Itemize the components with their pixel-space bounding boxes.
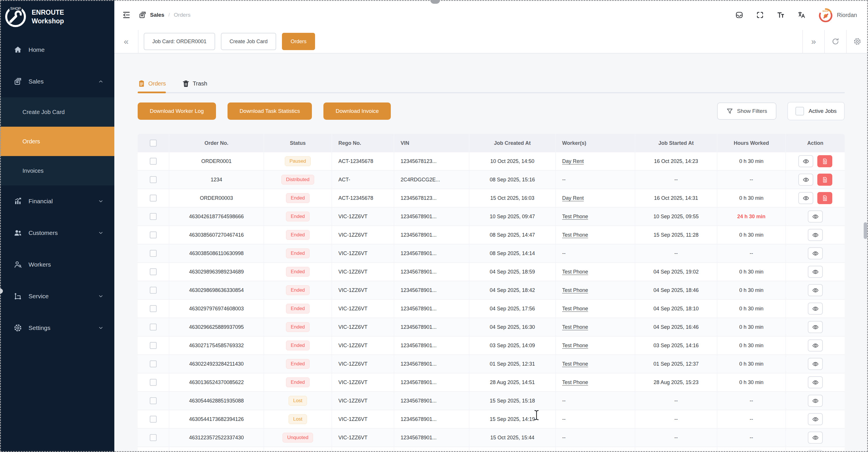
- view-order-button[interactable]: [808, 284, 823, 296]
- row-checkbox[interactable]: [150, 213, 157, 220]
- hours-worked-value: 24 h 30 min: [737, 214, 766, 220]
- show-filters-button[interactable]: Show Filters: [717, 102, 776, 120]
- view-order-button[interactable]: [808, 340, 823, 352]
- row-checkbox[interactable]: [150, 434, 157, 441]
- tab-trash[interactable]: Trash: [182, 80, 207, 88]
- sidebar-item-create-job-card[interactable]: Create Job Card: [0, 97, 114, 127]
- select-all-checkbox[interactable]: [150, 140, 157, 147]
- collapse-sidebar-icon[interactable]: [122, 10, 131, 20]
- active-jobs-toggle[interactable]: Active Jobs: [787, 102, 845, 120]
- delete-invoice-button[interactable]: [817, 192, 832, 204]
- app-logo[interactable]: SHOP ENROUTE Workshop: [0, 0, 114, 32]
- row-checkbox[interactable]: [150, 324, 157, 330]
- sidebar-item-customers[interactable]: Customers: [0, 217, 114, 249]
- worker-link[interactable]: Test Phone: [562, 361, 588, 367]
- translate-icon[interactable]: [798, 11, 806, 19]
- row-checkbox[interactable]: [150, 342, 157, 349]
- cell-order: 4630136524370085622: [169, 374, 264, 391]
- row-checkbox[interactable]: [150, 250, 157, 257]
- sidebar-item-sales[interactable]: Sales: [0, 66, 114, 97]
- fullscreen-icon[interactable]: [756, 11, 764, 19]
- download-task-statistics-button[interactable]: Download Task Statistics: [227, 102, 312, 120]
- cell-rego: VIC-1ZZ6VT: [332, 355, 394, 373]
- row-checkbox[interactable]: [150, 416, 157, 423]
- row-checkbox[interactable]: [150, 379, 157, 386]
- row-checkbox[interactable]: [150, 360, 157, 367]
- view-order-button[interactable]: [808, 395, 823, 407]
- view-order-button[interactable]: [808, 413, 823, 425]
- sidebar-item-financial[interactable]: Financial: [0, 185, 114, 217]
- view-order-button[interactable]: [808, 321, 823, 333]
- worker-link[interactable]: Test Phone: [562, 306, 588, 312]
- scrollbar-thumb[interactable]: [864, 222, 867, 239]
- status-badge: Ended: [286, 341, 309, 350]
- user-name: Riordan: [837, 12, 857, 19]
- worker-link[interactable]: Test Phone: [562, 287, 588, 293]
- tabs-scroll-right-icon[interactable]: »: [802, 30, 824, 53]
- sidebar-item-home[interactable]: Home: [0, 34, 114, 66]
- view-order-button[interactable]: [798, 173, 813, 186]
- workspace-tab-2[interactable]: Orders: [282, 33, 315, 50]
- view-order-button[interactable]: [808, 211, 823, 223]
- vin-value: 12345678901...: [401, 361, 437, 367]
- sidebar-item-invoices[interactable]: Invoices: [0, 156, 114, 185]
- row-checkbox[interactable]: [150, 158, 157, 165]
- cell-check: [138, 281, 169, 299]
- view-order-button[interactable]: [798, 155, 813, 167]
- delete-invoice-button[interactable]: [817, 155, 832, 167]
- user-menu[interactable]: SHOP Riordan: [818, 7, 857, 23]
- tabs-scroll-left-icon[interactable]: «: [114, 30, 138, 53]
- view-order-button[interactable]: [808, 431, 823, 444]
- row-checkbox[interactable]: [150, 231, 157, 238]
- view-order-button[interactable]: [808, 358, 823, 370]
- rego-value: VIC-1ZZ6VT: [338, 251, 368, 257]
- sidebar-item-workers[interactable]: Workers: [0, 249, 114, 281]
- view-order-button[interactable]: [798, 192, 813, 204]
- font-size-icon[interactable]: [777, 11, 785, 19]
- download-worker-log-button[interactable]: Download Worker Log: [138, 102, 216, 120]
- worker-link[interactable]: Day Rent: [562, 195, 584, 201]
- inbox-icon[interactable]: [735, 11, 743, 19]
- cell-worker: Test Phone: [556, 207, 635, 225]
- view-order-button[interactable]: [808, 229, 823, 241]
- vin-value: 12345678901...: [401, 343, 437, 349]
- view-order-button[interactable]: [808, 450, 823, 452]
- row-checkbox[interactable]: [150, 397, 157, 404]
- delete-invoice-button[interactable]: [817, 173, 832, 186]
- active-jobs-checkbox[interactable]: [796, 107, 804, 116]
- view-order-button[interactable]: [808, 376, 823, 388]
- view-icon: [812, 232, 819, 238]
- order-value: 1234: [211, 177, 222, 183]
- worker-link[interactable]: Test Phone: [562, 380, 588, 386]
- started-value: 03 Sep 2025, 14:16: [653, 343, 699, 349]
- sidebar-item-orders[interactable]: Orders: [0, 127, 114, 156]
- table-row: 4630224923284211430EndedVIC-1ZZ6VT123456…: [138, 355, 845, 374]
- cell-rego: VIC-1ZZ6VT: [332, 207, 394, 225]
- refresh-icon[interactable]: [824, 30, 846, 53]
- row-checkbox[interactable]: [150, 268, 157, 275]
- row-checkbox[interactable]: [150, 287, 157, 294]
- worker-link[interactable]: Test Phone: [562, 214, 588, 220]
- tab-orders[interactable]: Orders: [138, 80, 166, 88]
- tab-settings-gear-icon[interactable]: [846, 30, 868, 53]
- worker-link[interactable]: Test Phone: [562, 343, 588, 349]
- row-checkbox[interactable]: [150, 305, 157, 312]
- cell-created: 15 Oct 2025, 15:44: [469, 429, 556, 447]
- row-checkbox[interactable]: [150, 195, 157, 201]
- view-order-button[interactable]: [808, 247, 823, 259]
- workspace-tab-0[interactable]: Job Card: ORDER0001: [144, 33, 215, 50]
- worker-link[interactable]: Day Rent: [562, 158, 584, 164]
- home-icon: [13, 45, 22, 54]
- sidebar-item-settings[interactable]: Settings: [0, 312, 114, 344]
- breadcrumb-section[interactable]: Sales: [150, 12, 164, 18]
- worker-link[interactable]: Test Phone: [562, 269, 588, 275]
- cell-check: [138, 392, 169, 410]
- row-checkbox[interactable]: [150, 176, 157, 183]
- view-order-button[interactable]: [808, 266, 823, 278]
- sidebar-item-service[interactable]: Service: [0, 281, 114, 312]
- workspace-tab-1[interactable]: Create Job Card: [221, 33, 276, 50]
- view-order-button[interactable]: [808, 302, 823, 315]
- worker-link[interactable]: Test Phone: [562, 324, 588, 330]
- worker-link[interactable]: Test Phone: [562, 232, 588, 238]
- download-invoice-button[interactable]: Download Invoice: [323, 102, 391, 120]
